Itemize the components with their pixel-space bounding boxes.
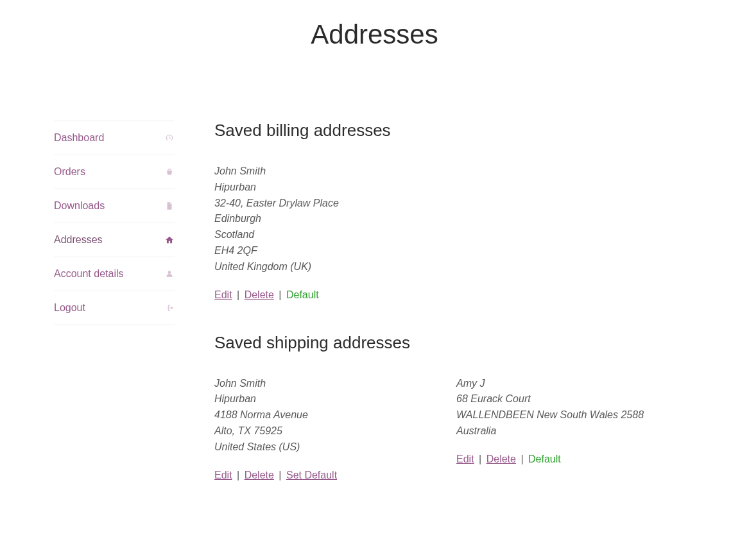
address-line: 68 Eurack Court (456, 391, 673, 407)
address-line: WALLENDBEEN New South Wales 2588 (456, 407, 673, 423)
separator: | (279, 470, 281, 480)
separator: | (479, 454, 481, 464)
sidebar-item-label: Logout (54, 302, 85, 314)
address-line: Scotland (214, 227, 431, 243)
page-title: Addresses (0, 19, 749, 50)
sidebar-item-label: Dashboard (54, 132, 104, 144)
sidebar-item-logout[interactable]: Logout (54, 291, 175, 325)
address-line: Amy J (456, 376, 673, 392)
billing-address-card: John Smith Hipurban 32-40, Easter Drylaw… (214, 164, 431, 301)
address-actions: Edit | Delete | Default (456, 454, 673, 465)
address-line: 4188 Norma Avenue (214, 407, 431, 423)
delete-link[interactable]: Delete (245, 470, 274, 480)
sidebar-item-orders[interactable]: Orders (54, 155, 175, 189)
separator: | (237, 470, 239, 480)
address-line: Edinburgh (214, 211, 431, 227)
billing-section-title: Saved billing addresses (214, 121, 695, 140)
address-line: United Kingdom (UK) (214, 259, 431, 275)
address-line: Australia (456, 423, 673, 439)
shipping-section-title: Saved shipping addresses (214, 333, 695, 353)
account-sidebar: Dashboard Orders (54, 121, 175, 481)
default-label: Default (286, 289, 319, 300)
edit-link[interactable]: Edit (214, 470, 232, 480)
sidebar-item-label: Account details (54, 268, 124, 280)
address-text: John Smith Hipurban 32-40, Easter Drylaw… (214, 164, 431, 275)
sidebar-item-account-details[interactable]: Account details (54, 257, 175, 291)
delete-link[interactable]: Delete (245, 289, 274, 300)
main-content: Saved billing addresses John Smith Hipur… (214, 121, 749, 481)
address-line: United States (US) (214, 439, 431, 455)
home-icon (164, 235, 175, 245)
dashboard-icon (164, 133, 175, 143)
sidebar-item-addresses[interactable]: Addresses (54, 223, 175, 257)
edit-link[interactable]: Edit (214, 289, 232, 300)
edit-link[interactable]: Edit (456, 454, 474, 464)
sidebar-item-label: Addresses (54, 234, 103, 246)
file-icon (164, 201, 175, 211)
delete-link[interactable]: Delete (486, 454, 516, 464)
sidebar-item-downloads[interactable]: Downloads (54, 189, 175, 223)
address-actions: Edit | Delete | Default (214, 289, 431, 301)
set-default-link[interactable]: Set Default (286, 470, 337, 480)
separator: | (521, 454, 523, 464)
basket-icon (164, 167, 175, 177)
shipping-address-card: John Smith Hipurban 4188 Norma Avenue Al… (214, 376, 431, 481)
separator: | (279, 289, 281, 300)
address-actions: Edit | Delete | Set Default (214, 470, 431, 481)
sidebar-item-label: Orders (54, 166, 85, 178)
logout-icon (164, 303, 175, 313)
user-icon (164, 269, 175, 279)
sidebar-item-dashboard[interactable]: Dashboard (54, 121, 175, 155)
address-line: EH4 2QF (214, 243, 431, 259)
address-line: John Smith (214, 164, 431, 180)
separator: | (237, 289, 239, 300)
sidebar-item-label: Downloads (54, 200, 105, 212)
address-line: Hipurban (214, 391, 431, 407)
address-line: Alto, TX 75925 (214, 423, 431, 439)
default-label: Default (528, 454, 561, 464)
address-line: John Smith (214, 376, 431, 392)
address-text: John Smith Hipurban 4188 Norma Avenue Al… (214, 376, 431, 455)
address-line: Hipurban (214, 180, 431, 196)
address-text: Amy J 68 Eurack Court WALLENDBEEN New So… (456, 376, 673, 439)
shipping-address-card: Amy J 68 Eurack Court WALLENDBEEN New So… (456, 376, 673, 481)
address-line: 32-40, Easter Drylaw Place (214, 196, 431, 212)
